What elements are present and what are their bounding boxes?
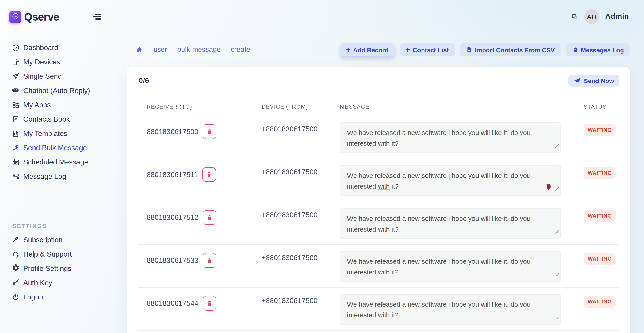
resize-handle-icon[interactable] — [555, 269, 559, 280]
calendar-icon — [12, 158, 20, 166]
brand-logo[interactable] — [9, 11, 22, 23]
add-record-button[interactable]: + Add Record — [340, 43, 394, 56]
message-textarea[interactable]: We have released a new software i hope y… — [340, 122, 561, 153]
sidebar-item-label: Scheduled Message — [23, 158, 88, 166]
sidebar-item-chatbot[interactable]: Chatbot (Auto Reply) — [12, 85, 90, 96]
message-textarea[interactable]: We have released a new software i hope y… — [340, 294, 561, 325]
windows-copy-icon[interactable] — [571, 13, 578, 20]
sidebar-item-scheduled-message[interactable]: Scheduled Message — [12, 157, 90, 168]
delete-row-button[interactable] — [202, 296, 216, 311]
sidebar-item-label: Help & Support — [23, 250, 72, 258]
delete-row-button[interactable] — [202, 124, 216, 139]
trash-icon — [206, 171, 212, 178]
gauge-icon — [12, 44, 20, 52]
home-icon[interactable] — [136, 46, 143, 53]
table-header-row: RECEIVER (TO) DEVICE (FROM) MESSAGE STAT… — [138, 97, 620, 116]
message-textarea[interactable]: We have released a new software i hope y… — [340, 208, 561, 239]
breadcrumb-bulk-message[interactable]: bulk-message — [177, 46, 220, 54]
table-row: 8801830617511 +8801830617500 We have rel… — [138, 159, 620, 202]
csv-file-icon — [466, 46, 472, 53]
sidebar-nav: Dashboard My Devices Single Send Chatbot… — [12, 42, 90, 182]
import-contacts-csv-button[interactable]: Import Contacts From CSV — [460, 43, 560, 56]
sidebar-item-single-send[interactable]: Single Send — [12, 71, 90, 82]
sidebar-item-label: Subscription — [23, 236, 62, 244]
sidebar-item-label: Dashboard — [23, 44, 58, 52]
sidebar-item-contacts-book[interactable]: Contacts Book — [12, 114, 90, 125]
resize-handle-icon[interactable] — [555, 140, 559, 151]
sidebar-divider — [10, 214, 94, 214]
sidebar-item-label: Auth Key — [23, 279, 52, 287]
status-badge: WAITING — [584, 296, 616, 308]
sidebar-item-my-templates[interactable]: My Templates — [12, 128, 90, 139]
breadcrumb-separator: - — [224, 46, 227, 54]
contact-list-button[interactable]: + Contact List — [400, 43, 455, 56]
sidebar-item-logout[interactable]: Logout — [12, 292, 72, 303]
plus-icon: + — [406, 46, 410, 54]
message-textarea[interactable]: We have released a new software i hope y… — [340, 165, 561, 196]
apps-grid-icon — [12, 101, 20, 109]
trash-icon — [206, 257, 213, 264]
sidebar-item-help-support[interactable]: Help & Support — [12, 249, 72, 260]
receiver-number: 8801830617544 — [147, 299, 198, 307]
sidebar-toggle-button[interactable] — [93, 14, 101, 20]
delete-row-button[interactable] — [202, 167, 216, 182]
delete-row-button[interactable] — [202, 253, 216, 268]
receiver-number: 8801830617500 — [147, 128, 198, 136]
rocket-filled-icon — [12, 235, 20, 245]
device-signal-icon — [12, 58, 20, 66]
paper-plane-icon — [12, 72, 20, 80]
device-number: +8801830617500 — [262, 211, 340, 219]
sidebar-item-label: Message Log — [23, 173, 66, 181]
sidebar-item-my-devices[interactable]: My Devices — [12, 57, 90, 67]
key-icon — [12, 278, 20, 288]
sidebar-item-auth-key[interactable]: Auth Key — [12, 278, 72, 288]
sidebar-item-message-log[interactable]: Message Log — [12, 171, 90, 182]
sidebar-item-label: Chatbot (Auto Reply) — [23, 87, 90, 95]
status-badge: WAITING — [584, 210, 616, 222]
sidebar-item-label: Send Bulk Message — [23, 144, 87, 152]
bulk-message-panel: 0/6 Send Now RECEIVER (TO) DEVICE (FROM)… — [127, 67, 630, 333]
message-textarea[interactable]: We have released a new software i hope y… — [340, 251, 561, 282]
table-row: 8801830617500 +8801830617500 We have rel… — [138, 116, 620, 159]
device-number: +8801830617500 — [262, 168, 340, 176]
power-icon — [12, 293, 20, 301]
rocket-icon — [12, 144, 20, 152]
sidebar-item-subscription[interactable]: Subscription — [12, 235, 72, 245]
breadcrumb-create[interactable]: create — [231, 46, 250, 54]
resize-handle-icon[interactable] — [555, 312, 559, 323]
sidebar-item-label: Profile Settings — [23, 265, 71, 273]
avatar[interactable]: AD — [584, 9, 599, 24]
sidebar-item-profile-settings[interactable]: Profile Settings — [12, 263, 72, 274]
grammar-marker-dot — [546, 184, 550, 190]
spellcheck-underline: with — [378, 183, 390, 190]
trash-icon — [206, 128, 213, 135]
trash-icon — [206, 300, 213, 307]
app-root: Qserve AD Admin Dashboard My Devices — [0, 0, 644, 333]
sidebar-item-my-apps[interactable]: My Apps — [12, 100, 90, 110]
breadcrumb-separator: - — [147, 46, 149, 54]
device-number: +8801830617500 — [262, 254, 340, 262]
trash-icon — [206, 214, 213, 221]
table-row: 8801830617544 +8801830617500 We have rel… — [138, 288, 620, 331]
sidebar-item-send-bulk-message[interactable]: Send Bulk Message — [12, 143, 90, 153]
whatsapp-icon — [11, 12, 20, 22]
plus-icon: + — [346, 46, 350, 54]
sidebar-item-label: My Apps — [23, 101, 51, 109]
messages-log-button[interactable]: Messages Log — [566, 43, 630, 56]
sidebar-settings-nav: Subscription Help & Support Profile Sett… — [12, 235, 72, 303]
column-header-message: MESSAGE — [340, 103, 584, 110]
resize-handle-icon[interactable] — [555, 183, 559, 194]
send-now-button[interactable]: Send Now — [569, 75, 620, 87]
robot-icon — [12, 86, 20, 96]
resize-handle-icon[interactable] — [555, 226, 559, 237]
column-header-device: DEVICE (FROM) — [262, 103, 340, 110]
receiver-number: 8801830617533 — [147, 256, 198, 264]
delete-row-button[interactable] — [202, 210, 216, 225]
status-badge: WAITING — [584, 253, 616, 265]
table-row: 8801830617512 +8801830617500 We have rel… — [138, 202, 620, 245]
contacts-book-icon — [12, 115, 20, 123]
sidebar-item-dashboard[interactable]: Dashboard — [12, 42, 90, 53]
user-name: Admin — [605, 12, 629, 21]
breadcrumb-user[interactable]: user — [154, 46, 167, 54]
sidebar-item-label: My Templates — [23, 130, 67, 138]
